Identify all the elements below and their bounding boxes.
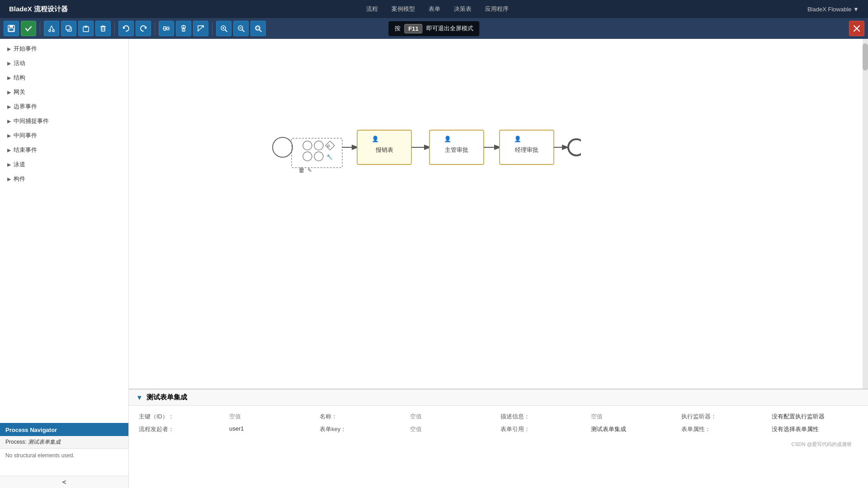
resize-button[interactable] [193,21,208,36]
bottom-panel-grid: 主键（ID）： 空值 名称： 空值 描述信息： 空值 执行监听器： 没有配置执行… [129,406,868,440]
svg-text:主管审批: 主管审批 [445,146,468,153]
svg-rect-2 [9,28,14,31]
align-horizontal-button[interactable] [159,21,174,36]
zoom-fit-button[interactable] [250,21,266,36]
toolbar: 按 F11 即可退出全屏模式 [0,18,868,39]
svg-line-26 [242,30,244,32]
nav-item-case[interactable]: 案例模型 [392,5,415,13]
svg-line-29 [259,30,261,32]
copy-button[interactable] [61,21,76,36]
svg-text:报销表: 报销表 [375,146,393,153]
fullscreen-exit-label: 即可退出全屏模式 [426,24,473,33]
chevron-right-icon: ▶ [7,46,11,52]
nav-right-profile[interactable]: BladeX Flowable ▼ [807,6,859,13]
field-value-listener: 没有配置执行监听器 [769,410,859,423]
nav-item-app[interactable]: 应用程序 [485,5,509,13]
start-event-node [273,137,292,157]
svg-line-5 [50,26,52,30]
canvas-container: ✿ 🔧 🗑 ✎ 👤 报销表 [129,39,868,488]
bpmn-diagram: ✿ 🔧 🗑 ✎ 👤 报销表 [255,98,581,197]
field-value-name: 空值 [407,410,498,423]
svg-rect-8 [66,26,70,30]
cut-button[interactable] [44,21,59,36]
svg-point-3 [49,30,51,32]
svg-point-34 [314,141,323,150]
svg-line-6 [52,26,53,30]
process-value: 测试表单集成 [28,439,61,445]
svg-rect-10 [85,26,87,28]
fullscreen-press-label: 按 [395,24,401,33]
main-area: ▶ 开始事件 ▶ 活动 ▶ 结构 ▶ 网关 ▶ 边界事件 ▶ 中间捕捉事件 [0,39,868,488]
brand-title: BladeX 流程设计器 [9,5,68,14]
process-navigator-header: Process Navigator [0,424,128,436]
chevron-right-icon: ▶ [7,118,11,124]
nav-item-decision[interactable]: 决策表 [454,5,472,13]
sidebar-item-swimlane[interactable]: ▶ 泳道 [0,157,128,172]
sidebar-item-boundary-event[interactable]: ▶ 边界事件 [0,99,128,114]
sidebar-item-end-event[interactable]: ▶ 结束事件 [0,143,128,157]
svg-text:👤: 👤 [444,135,452,143]
collapse-sidebar-button[interactable] [0,476,128,488]
sidebar-item-intermediate-event[interactable]: ▶ 中间事件 [0,128,128,143]
svg-text:✿: ✿ [327,144,330,148]
bottom-panel-title: 测试表单集成 [146,393,187,402]
confirm-button[interactable] [21,21,36,36]
chevron-right-icon: ▶ [7,89,11,95]
delete-button[interactable] [95,21,111,36]
nav-item-flow[interactable]: 流程 [366,5,378,13]
field-value-formref: 测试表单集成 [588,423,679,436]
nav-item-form[interactable]: 表单 [429,5,440,13]
chevron-right-icon: ▶ [7,61,11,66]
sidebar-item-artifact[interactable]: ▶ 构件 [0,172,128,186]
canvas-scrollbar-thumb[interactable] [863,43,868,70]
bottom-panel-header: ▼ 测试表单集成 [129,389,868,406]
svg-text:✎: ✎ [307,167,312,174]
field-value-id: 空值 [226,410,317,423]
svg-point-4 [52,30,54,32]
field-label-formkey: 表单key： [317,423,407,436]
svg-point-37 [303,152,312,161]
chevron-right-icon: ▶ [7,147,11,153]
sidebar-item-start-event[interactable]: ▶ 开始事件 [0,42,128,56]
field-label-initiator: 流程发起者： [136,423,226,436]
svg-text:👤: 👤 [514,135,522,143]
toolbar-separator-3 [155,22,155,35]
svg-rect-1 [9,25,13,28]
chevron-right-icon: ▶ [7,176,11,182]
field-label-listener: 执行监听器： [679,410,769,423]
undo-button[interactable] [118,21,134,36]
toolbar-separator-2 [114,22,115,35]
svg-text:👤: 👤 [372,135,379,143]
toolbar-separator-1 [40,22,40,35]
sidebar-items-list: ▶ 开始事件 ▶ 活动 ▶ 结构 ▶ 网关 ▶ 边界事件 ▶ 中间捕捉事件 [0,39,128,423]
zoom-in-button[interactable] [216,21,231,36]
field-value-initiator: user1 [226,423,317,436]
sidebar-item-activity[interactable]: ▶ 活动 [0,56,128,70]
field-value-formkey: 空值 [407,423,498,436]
chevron-right-icon: ▶ [7,75,11,81]
canvas-area[interactable]: ✿ 🔧 🗑 ✎ 👤 报销表 [129,39,868,389]
f11-badge: F11 [404,24,422,33]
sidebar-item-gateway[interactable]: ▶ 网关 [0,85,128,99]
top-navigation: BladeX 流程设计器 流程 案例模型 表单 决策表 应用程序 BladeX … [0,0,868,18]
close-button[interactable] [849,21,864,36]
no-elements-text: No structural elements used. [5,452,75,459]
field-label-id: 主键（ID）： [136,410,226,423]
field-label-name: 名称： [317,410,407,423]
paste-button[interactable] [78,21,94,36]
sidebar: ▶ 开始事件 ▶ 活动 ▶ 结构 ▶ 网关 ▶ 边界事件 ▶ 中间捕捉事件 [0,39,129,488]
align-vertical-button[interactable] [176,21,191,36]
sidebar-item-structure[interactable]: ▶ 结构 [0,70,128,85]
svg-point-38 [314,152,323,161]
field-value-formprop: 没有选择表单属性 [769,423,859,436]
sidebar-item-catch-event[interactable]: ▶ 中间捕捉事件 [0,114,128,128]
save-button[interactable] [4,21,19,36]
chevron-right-icon: ▶ [7,133,11,139]
chevron-right-icon: ▶ [7,104,11,110]
redo-button[interactable] [136,21,151,36]
collapse-bottom-panel-icon[interactable]: ▼ [136,394,143,401]
zoom-out-button[interactable] [233,21,249,36]
footer-credit: CSDN @爱写代码的成晟呀 [129,441,861,448]
canvas-scrollbar[interactable] [863,39,868,389]
svg-rect-30 [256,27,259,29]
